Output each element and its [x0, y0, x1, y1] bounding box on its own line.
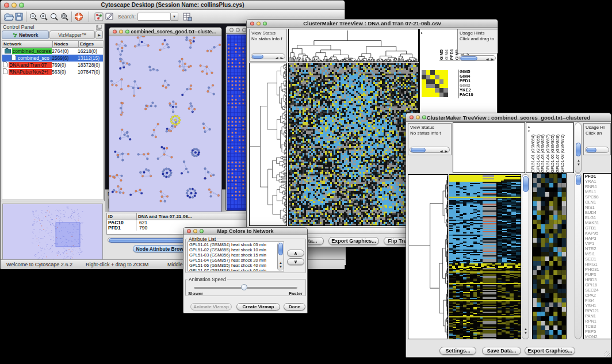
- tv1-heatmap-panel[interactable]: [288, 63, 419, 226]
- attribute-list-item[interactable]: GPL51-01 (GSM854) heat shock 05 min: [188, 242, 284, 247]
- zoom-button[interactable]: [242, 28, 246, 32]
- gene-label[interactable]: NTR2: [585, 246, 611, 251]
- open-session-icon[interactable]: [3, 12, 14, 22]
- data-col-attr[interactable]: DNA and Tran 07-21-06...: [137, 213, 252, 220]
- zoom-fit-icon[interactable]: [49, 12, 59, 22]
- gene-label[interactable]: PHO81: [585, 267, 611, 272]
- array-column-label[interactable]: GPL51-06 (GSM865): [550, 135, 555, 173]
- dialog-titlebar[interactable]: Map Colors to Network: [183, 228, 307, 235]
- network-tree-row[interactable]: combined_sco2569(6)13112(15): [2, 55, 103, 62]
- tv2-heatmap-vscrollbar[interactable]: ▲▼: [522, 174, 529, 339]
- tv2-genes-vscrollbar[interactable]: [575, 173, 582, 339]
- gene-label[interactable]: PUF3: [585, 272, 611, 277]
- tv1-left-dendrogram-canvas[interactable]: [250, 63, 286, 225]
- gene-label[interactable]: RNR4: [585, 184, 611, 189]
- minimize-button[interactable]: [416, 116, 420, 120]
- gene-label[interactable]: GPI16: [585, 282, 611, 288]
- treeview2-titlebar[interactable]: ClusterMaker TreeView : combined_scores_…: [406, 113, 611, 122]
- tv1-column-label[interactable]: PFD1: [450, 49, 454, 60]
- gene-label[interactable]: KAP95: [585, 231, 611, 236]
- tv2-export-graphics-button[interactable]: Export Graphics...: [525, 347, 575, 355]
- minimize-button[interactable]: [12, 2, 17, 7]
- close-button[interactable]: [4, 2, 9, 7]
- zoom-button[interactable]: [125, 30, 129, 34]
- gene-label[interactable]: SEC1: [585, 256, 611, 262]
- gene-label[interactable]: NIS1: [585, 205, 611, 210]
- gene-label[interactable]: RPN1: [585, 319, 611, 324]
- tv1-zoom-row-labels[interactable]: GIM5GIM4PFD1GIM3YKE2PAC10: [458, 70, 497, 98]
- gene-label[interactable]: FIG4: [585, 298, 611, 303]
- tv1-top-dendrogram-canvas[interactable]: [289, 29, 418, 62]
- array-column-label[interactable]: GPL51-02 (GSM855): [536, 135, 541, 173]
- save-session-icon[interactable]: [14, 12, 24, 22]
- tv2-zoom-heatmap-canvas[interactable]: [533, 174, 566, 339]
- gene-label[interactable]: HRD3: [585, 277, 611, 282]
- scroll-arrows[interactable]: ◀ ▶: [440, 148, 448, 153]
- zoom-selected-icon[interactable]: [59, 12, 70, 22]
- tv2-left-dendrogram-canvas[interactable]: [408, 175, 447, 339]
- gene-label[interactable]: YSH1: [585, 303, 611, 308]
- tab-network[interactable]: Network: [2, 30, 49, 39]
- minimize-button[interactable]: [193, 229, 197, 233]
- tv1-column-label[interactable]: GIM4: [445, 49, 449, 60]
- attribute-list-item[interactable]: GPL51-06 (GSM865) heat shock 40 min: [188, 263, 284, 268]
- tv2-usage-scrollbar[interactable]: [585, 147, 609, 153]
- help-lifering-icon[interactable]: [74, 12, 84, 22]
- array-column-label[interactable]: GPL51-04 (GSM857): [546, 135, 550, 173]
- tv2-column-labels-panel[interactable]: ▴▾ GPL51-01 (GSM854)GPL51-02 (GSM855)GPL…: [526, 122, 574, 173]
- minimize-button[interactable]: [257, 21, 261, 25]
- col-header-nodes[interactable]: Nodes: [53, 41, 79, 48]
- scroll-arrows[interactable]: ◀ ▶: [486, 57, 494, 61]
- gene-label[interactable]: SEC24: [585, 288, 611, 293]
- speed-slider-thumb[interactable]: [241, 284, 247, 290]
- gene-label[interactable]: TCB3: [585, 324, 611, 329]
- scroll-arrows[interactable]: ▲▼: [279, 261, 282, 269]
- attribute-browser-icon[interactable]: [182, 12, 192, 22]
- network-overview-canvas[interactable]: [2, 204, 103, 265]
- move-down-button[interactable]: ∨: [287, 258, 304, 265]
- close-button[interactable]: [250, 21, 254, 25]
- network-graph-canvas[interactable]: [109, 36, 221, 212]
- attribute-listbox[interactable]: GPL51-01 (GSM854) heat shock 05 minGPL51…: [188, 242, 284, 271]
- gene-label[interactable]: MSI1: [585, 251, 611, 256]
- gene-label[interactable]: CLN1: [585, 200, 611, 205]
- zoom-button[interactable]: [422, 116, 426, 120]
- animate-vizmap-button[interactable]: Animate Vizmap: [190, 303, 232, 311]
- tv2-save-data-button[interactable]: Save Data...: [482, 347, 521, 355]
- network-tree-row[interactable]: combined_scores2764(0)16218(0): [2, 48, 103, 55]
- zoom-out-icon[interactable]: [28, 12, 39, 22]
- close-button[interactable]: [410, 116, 414, 120]
- tv2-zoom-heatmap-panel[interactable]: [532, 173, 567, 339]
- tv1-top-dendrogram-panel[interactable]: [288, 29, 419, 62]
- attribute-list-item[interactable]: GPL51-07 (GSM868) heat shock 60 min: [188, 268, 284, 271]
- search-dropdown-button[interactable]: ▼: [171, 13, 178, 21]
- gene-label[interactable]: BUD4: [585, 210, 611, 215]
- tv2-heatmap-canvas[interactable]: [449, 175, 521, 339]
- tab-overflow-button[interactable]: ▶: [95, 30, 103, 39]
- tv1-heatmap-canvas[interactable]: [289, 63, 418, 225]
- attribute-list-item[interactable]: GPL51-02 (GSM855) heat shock 10 min: [188, 247, 284, 252]
- close-button[interactable]: [113, 30, 117, 34]
- network-tree-row[interactable]: DNA and Tran 07769(0)183728(0): [2, 62, 103, 68]
- array-column-label[interactable]: GPL51-07 (GSM868): [556, 135, 560, 173]
- search-input[interactable]: [137, 13, 171, 21]
- move-up-button[interactable]: ∧: [287, 250, 304, 256]
- minimize-button[interactable]: [119, 30, 123, 34]
- tv2-gene-label-list[interactable]: PFD1YRA1RNR4MSL1SPC98CLN1NIS1BUD4ELG1MAK…: [583, 173, 611, 339]
- gene-label[interactable]: GTB1: [585, 225, 611, 231]
- resize-grip[interactable]: [605, 351, 610, 357]
- array-column-label[interactable]: GPL51-08 (GSM872): [560, 135, 565, 173]
- scroll-arrows[interactable]: ▲▼: [577, 159, 580, 167]
- gene-label[interactable]: YRA1: [585, 179, 611, 184]
- gene-label[interactable]: MAK31: [585, 220, 611, 225]
- zoom-in-icon[interactable]: [39, 12, 49, 22]
- attribute-list-item[interactable]: GPL51-03 (GSM856) heat shock 15 min: [188, 252, 284, 258]
- gene-label[interactable]: HAP3: [585, 236, 611, 241]
- gene-label[interactable]: PAN1: [585, 313, 611, 319]
- main-titlebar[interactable]: Cytoscape Desktop (Session Name: collins…: [1, 1, 345, 10]
- gene-label[interactable]: ELG1: [585, 215, 611, 220]
- gene-label[interactable]: PEP5: [585, 329, 611, 334]
- gene-label[interactable]: PFD1: [585, 174, 611, 179]
- array-column-label[interactable]: GPL51-01 (GSM854): [531, 135, 536, 173]
- tv1-status-scrollbar[interactable]: ◀ ▶: [251, 53, 285, 59]
